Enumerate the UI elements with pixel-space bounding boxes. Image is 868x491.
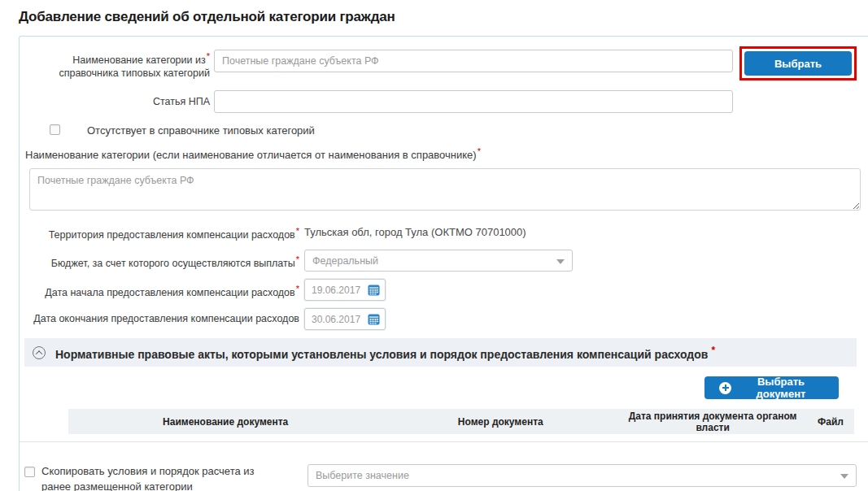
calendar-icon[interactable]	[368, 313, 380, 325]
npa-article-input[interactable]	[214, 90, 733, 113]
screen: Добавление сведений об отдельной категор…	[0, 0, 868, 491]
absent-checkbox[interactable]	[50, 124, 60, 135]
annotation-highlight-box: Выбрать	[739, 46, 857, 80]
row-date-end: Дата окончания предоставления компенсаци…	[20, 308, 868, 330]
doc-col-date: Дата принятия документа органом власти	[618, 411, 807, 433]
required-marker: *	[296, 284, 299, 293]
copy-source-placeholder: Выберите значение	[316, 470, 409, 481]
doc-col-file: Файл	[807, 416, 854, 428]
label-line2: справочника типовых категорий	[59, 67, 210, 79]
date-end-input[interactable]: 30.06.2017	[304, 308, 386, 330]
row-budget: Бюджет, за счет которого осуществляются …	[20, 250, 868, 272]
required-marker: *	[478, 146, 481, 156]
budget-select[interactable]: Федеральный	[304, 250, 573, 272]
budget-label: Бюджет, за счет которого осуществляются …	[24, 250, 299, 271]
row-territory: Территория предоставления компенсации ра…	[20, 221, 868, 242]
npa-section: Нормативные правовые акты, которыми уста…	[20, 338, 868, 442]
choose-category-button[interactable]: Выбрать	[744, 51, 852, 76]
copy-conditions-label: Скопировать условия и порядок расчета из…	[41, 464, 286, 491]
doc-col-number: Номер документа	[382, 416, 618, 428]
plus-icon	[719, 382, 731, 394]
category-from-dict-input[interactable]	[214, 50, 733, 72]
chevron-down-icon	[556, 259, 565, 264]
npa-section-title-text: Нормативные правовые акты, которыми уста…	[55, 348, 708, 361]
category-name-label: Наименование категории (если наименовани…	[24, 146, 857, 163]
date-start-label-text: Дата начала предоставления компенсации р…	[45, 288, 294, 299]
date-start-input[interactable]: 19.06.2017	[304, 279, 386, 301]
required-marker: *	[711, 345, 715, 356]
budget-selected-value: Федеральный	[312, 255, 378, 267]
documents-table-header: Наименование документа Номер документа Д…	[68, 409, 854, 434]
territory-label-text: Территория предоставления компенсации ра…	[49, 229, 295, 241]
absent-checkbox-row: Отсутствует в справочнике типовых катего…	[20, 124, 868, 137]
category-name-textarea[interactable]: Почетные граждане субъекта РФ	[29, 168, 861, 211]
date-end-value: 30.06.2017	[312, 314, 368, 325]
npa-article-label: Статья НПА	[24, 90, 210, 109]
date-end-label: Дата окончания предоставления компенсаци…	[24, 308, 299, 326]
choose-document-button[interactable]: Выбрать документ	[704, 376, 839, 399]
choose-document-button-label: Выбрать документ	[738, 376, 824, 400]
copy-conditions-checkbox[interactable]	[24, 467, 35, 477]
chevron-down-icon	[840, 474, 848, 479]
category-form: Наименование категории из* справочника т…	[19, 36, 868, 491]
territory-label: Территория предоставления компенсации ра…	[24, 221, 299, 242]
label-line1: Наименование категории из	[72, 54, 205, 66]
npa-section-title: Нормативные правовые акты, которыми уста…	[55, 345, 715, 361]
doc-col-name: Наименование документа	[68, 416, 382, 428]
copy-conditions-row: Скопировать условия и порядок расчета из…	[24, 464, 857, 491]
budget-label-text: Бюджет, за счет которого осуществляются …	[51, 259, 295, 270]
required-marker: *	[296, 226, 299, 236]
date-start-label: Дата начала предоставления компенсации р…	[24, 279, 299, 300]
collapse-chevron-icon[interactable]	[33, 346, 46, 359]
row-npa-article: Статья НПА	[20, 90, 868, 113]
required-marker: *	[296, 254, 299, 264]
page-title: Добавление сведений об отдельной категор…	[0, 0, 868, 25]
category-from-dict-label: Наименование категории из* справочника т…	[24, 50, 210, 80]
row-date-start: Дата начала предоставления компенсации р…	[20, 279, 868, 301]
absent-checkbox-label: Отсутствует в справочнике типовых катего…	[87, 124, 315, 137]
calendar-icon[interactable]	[368, 284, 380, 296]
date-start-value: 19.06.2017	[312, 285, 368, 296]
npa-section-header[interactable]: Нормативные правовые акты, которыми уста…	[24, 338, 857, 367]
territory-value: Тульская обл, город Тула (ОКТМО 70701000…	[304, 221, 526, 238]
copy-source-select[interactable]: Выберите значение	[308, 464, 857, 487]
category-name-label-text: Наименование категории (если наименовани…	[25, 149, 477, 161]
npa-section-content: Выбрать документ Наименование документа …	[20, 376, 868, 442]
row-category-from-dict: Наименование категории из* справочника т…	[20, 50, 868, 80]
required-marker: *	[207, 51, 210, 61]
